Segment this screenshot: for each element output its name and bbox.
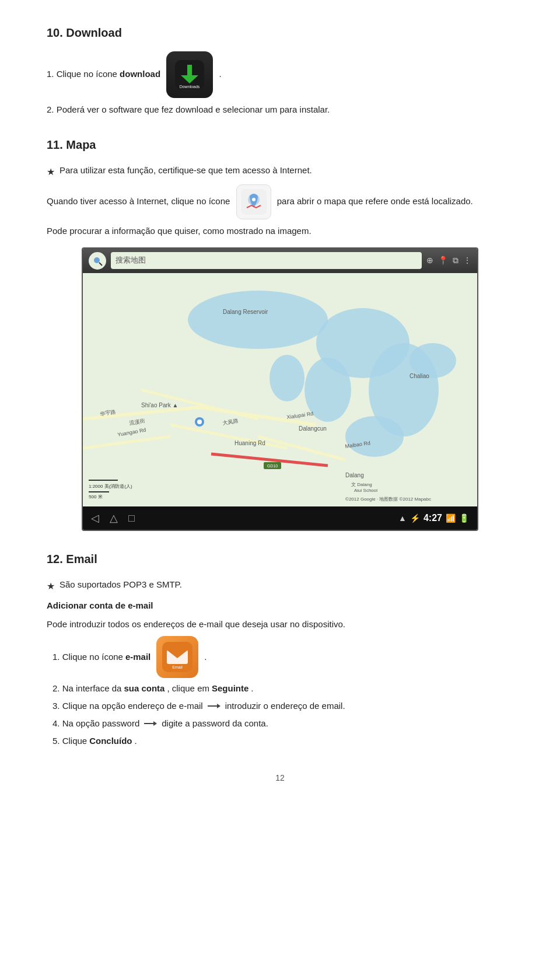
email-step2: 2. Na interface da sua conta , clique em… [52, 682, 513, 696]
arrow-right-icon [208, 704, 220, 708]
section-11-title: 11. Mapa [47, 135, 513, 154]
svg-point-14 [270, 355, 304, 401]
section-10-title: 10. Download [47, 23, 513, 42]
email-step3: 3. Clique na opção endereço de e-mail in… [52, 699, 513, 713]
home-nav-icon: △ [110, 510, 118, 527]
svg-point-10 [188, 291, 328, 349]
page-number: 12 [47, 771, 513, 784]
svg-text:©2012 Google · 地图数据 ©2012 Mapa: ©2012 Google · 地图数据 ©2012 Mapabc [345, 497, 431, 502]
email-icon: Email [156, 636, 198, 678]
svg-text:GD10: GD10 [267, 464, 278, 468]
map-layers-icon: ⧉ [453, 254, 459, 267]
section-12: 12. Email ★ São suportados POP3 e SMTP. … [47, 550, 513, 748]
svg-text:Downloads: Downloads [180, 85, 200, 89]
svg-text:Dalangcun: Dalangcun [299, 425, 327, 432]
map-image: 搜索地图 ⊕ 📍 ⧉ ⋮ [82, 247, 478, 532]
map-wifi-icon: 📶 [446, 512, 456, 525]
mapa-text1: Quando tiver acesso à Internet, clique n… [47, 184, 513, 219]
section-10: 10. Download 1. Clique no ícone download… [47, 23, 513, 117]
svg-text:Shi'ao Park ▲: Shi'ao Park ▲ [141, 402, 178, 408]
maps-icon [236, 184, 271, 219]
map-target-icon: ⊕ [426, 254, 433, 267]
email-bullet: ★ São suportados POP3 e SMTP. [47, 578, 513, 594]
downloads-icon: Downloads [166, 51, 213, 98]
step2-text: 2. Poderá ver o software que fez downloa… [47, 103, 513, 117]
map-pin-icon: 📍 [438, 254, 448, 267]
map-topbar: 搜索地图 ⊕ 📍 ⧉ ⋮ [83, 249, 477, 273]
email-step4: 4. Na opção password digite a password d… [52, 717, 513, 731]
map-search-bar: 搜索地图 [111, 252, 422, 269]
mapa-bullet: ★ Para utilizar esta função, certifique-… [47, 163, 513, 180]
svg-text:Chaliao: Chaliao [410, 373, 429, 379]
svg-rect-1 [187, 65, 192, 75]
back-nav-icon: ◁ [91, 510, 99, 527]
star-icon-2: ★ [47, 579, 55, 594]
email-step5: 5. Clique Concluído . [52, 734, 513, 748]
email-step1: 1. Clique no ícone e-mail Email . [52, 636, 513, 678]
star-icon: ★ [47, 165, 55, 180]
svg-text:文 Dalang: 文 Dalang [351, 482, 372, 487]
map-body: GD10 Dalang Reservoir Shi'ao Park ▲ Chal… [83, 273, 477, 506]
svg-text:500 米: 500 米 [89, 494, 103, 499]
svg-text:Email: Email [173, 665, 183, 669]
svg-point-27 [197, 420, 202, 424]
map-status: ▲ ⚡ 4:27 📶 🔋 [398, 511, 469, 526]
svg-point-7 [94, 257, 100, 263]
section-12-title: 12. Email [47, 550, 513, 568]
recent-nav-icon: □ [128, 510, 135, 527]
svg-point-15 [345, 416, 404, 457]
map-top-icons: ⊕ 📍 ⧉ ⋮ [426, 254, 471, 267]
email-text1: Pode introduzir todos os endereços de e-… [47, 617, 513, 631]
map-signal-icon: ▲ [398, 512, 407, 525]
svg-line-8 [99, 263, 102, 265]
svg-text:Huaning Rd: Huaning Rd [235, 440, 265, 446]
svg-point-6 [252, 198, 256, 201]
section-11: 11. Mapa ★ Para utilizar esta função, ce… [47, 135, 513, 531]
map-battery-icon: ⚡ [410, 512, 420, 525]
email-steps: 1. Clique no ícone e-mail Email . 2. Na … [52, 636, 513, 748]
svg-text:1:2000 美(消防道(人): 1:2000 美(消防道(人) [89, 484, 132, 489]
map-menu-icon: ⋮ [463, 254, 471, 267]
mapa-text2: Pode procurar a informação que quiser, c… [47, 224, 513, 238]
svg-text:Dalang Reservoir: Dalang Reservoir [223, 309, 268, 315]
email-subtitle: Adicionar conta de e-mail [47, 599, 513, 613]
step1-text: 1. Clique no ícone download Downloads . [47, 51, 513, 98]
map-nav-icons: ◁ △ □ [91, 510, 135, 527]
arrow-right-icon-2 [144, 721, 157, 726]
map-fullbatt-icon: 🔋 [459, 512, 469, 525]
svg-text:Dalang: Dalang [345, 472, 364, 478]
map-time: 4:27 [424, 511, 442, 526]
map-search-icon [89, 252, 106, 270]
svg-text:Aiui School: Aiui School [354, 488, 377, 493]
map-bottombar: ◁ △ □ ▲ ⚡ 4:27 📶 🔋 [83, 506, 477, 530]
